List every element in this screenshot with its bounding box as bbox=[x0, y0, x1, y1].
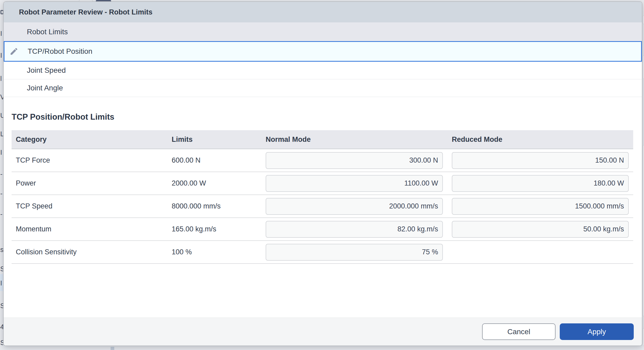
background-text-fragment: I bbox=[0, 30, 3, 37]
background-text-fragment: - bbox=[0, 190, 3, 197]
limit-value: 100 % bbox=[168, 248, 261, 256]
limit-value: 165.00 kg.m/s bbox=[168, 225, 261, 233]
menu-item-joint-speed[interactable]: Joint Speed bbox=[4, 62, 642, 79]
category-label: TCP Force bbox=[12, 156, 168, 164]
background-shape-fragment bbox=[642, 55, 644, 79]
normal-mode-input[interactable] bbox=[266, 198, 443, 215]
background-text-fragment: - bbox=[0, 171, 3, 177]
pencil-icon bbox=[9, 47, 18, 56]
limit-value: 2000.00 W bbox=[168, 179, 261, 187]
menu-item-label: Robot Limits bbox=[27, 28, 68, 36]
section-heading: TCP Position/Robot Limits bbox=[12, 112, 642, 122]
category-label: Power bbox=[12, 179, 168, 187]
menu-item-tcp-robot-position[interactable]: TCP/Robot Position bbox=[4, 41, 642, 62]
background-text-fragment: s bbox=[0, 246, 3, 253]
menu-item-label: Joint Angle bbox=[27, 84, 63, 92]
normal-mode-input[interactable] bbox=[266, 244, 443, 261]
background-text-fragment: I bbox=[0, 52, 3, 59]
normal-mode-input[interactable] bbox=[266, 152, 443, 169]
normal-mode-input[interactable] bbox=[266, 175, 443, 192]
column-header-reduced-mode: Reduced Mode bbox=[447, 135, 633, 144]
dialog-titlebar: Robot Parameter Review - Robot Limits bbox=[4, 2, 642, 22]
column-header-limits: Limits bbox=[168, 135, 261, 144]
menu-item-robot-limits[interactable]: Robot Limits bbox=[4, 22, 642, 41]
background-text-fragment: L bbox=[0, 131, 3, 137]
column-header-category: Category bbox=[12, 135, 168, 144]
reduced-mode-input[interactable] bbox=[452, 198, 629, 215]
background-right-strip bbox=[642, 0, 644, 350]
background-text-fragment: V bbox=[0, 94, 3, 100]
menu-item-joint-angle[interactable]: Joint Angle bbox=[4, 79, 642, 97]
limits-table: Category Limits Normal Mode Reduced Mode… bbox=[12, 130, 633, 264]
column-header-normal-mode: Normal Mode bbox=[261, 135, 447, 144]
table-row-power: Power 2000.00 W bbox=[12, 172, 633, 195]
category-label: TCP Speed bbox=[12, 202, 168, 210]
limits-menu: Robot Limits TCP/Robot Position Joint Sp… bbox=[4, 22, 642, 97]
apply-button[interactable]: Apply bbox=[560, 323, 634, 340]
background-text-fragment: S bbox=[0, 303, 3, 309]
background-shape-fragment bbox=[642, 15, 644, 24]
reduced-mode-input[interactable] bbox=[452, 221, 629, 238]
background-text-fragment: l bbox=[0, 75, 3, 82]
reduced-mode-input[interactable] bbox=[452, 152, 629, 169]
table-row-momentum: Momentum 165.00 kg.m/s bbox=[12, 218, 633, 241]
menu-item-label: TCP/Robot Position bbox=[28, 47, 92, 56]
background-left-strip: IIlVULI---sSIS4S bbox=[0, 0, 3, 350]
cancel-button[interactable]: Cancel bbox=[482, 323, 556, 340]
background-text-fragment: S bbox=[0, 266, 3, 272]
robot-parameter-review-dialog: Robot Parameter Review - Robot Limits Ro… bbox=[3, 1, 642, 346]
background-accent-fragment bbox=[111, 347, 114, 350]
background-text-fragment: S bbox=[0, 339, 3, 346]
background-icon-fragment bbox=[1, 10, 3, 14]
background-text-fragment: 4 bbox=[0, 324, 3, 330]
table-row-collision-sensitivity: Collision Sensitivity 100 % bbox=[12, 241, 633, 264]
category-label: Momentum bbox=[12, 225, 168, 233]
table-header-row: Category Limits Normal Mode Reduced Mode bbox=[12, 130, 633, 149]
background-text-fragment: - bbox=[0, 211, 3, 217]
table-row-tcp-speed: TCP Speed 8000.000 mm/s bbox=[12, 195, 633, 218]
dialog-title: Robot Parameter Review - Robot Limits bbox=[19, 8, 152, 16]
menu-item-label: Joint Speed bbox=[27, 66, 66, 75]
dialog-footer: Cancel Apply bbox=[4, 318, 642, 346]
limit-value: 600.00 N bbox=[168, 156, 261, 164]
table-row-tcp-force: TCP Force 600.00 N bbox=[12, 149, 633, 172]
limit-value: 8000.000 mm/s bbox=[168, 202, 261, 210]
category-label: Collision Sensitivity bbox=[12, 248, 168, 256]
background-text-fragment: U bbox=[0, 112, 3, 119]
background-shape-fragment bbox=[642, 328, 644, 346]
background-text-fragment: I bbox=[0, 280, 3, 286]
background-text-fragment: I bbox=[0, 149, 3, 156]
reduced-mode-input[interactable] bbox=[452, 175, 629, 192]
normal-mode-input[interactable] bbox=[266, 221, 443, 238]
background-shape-fragment bbox=[642, 145, 644, 316]
